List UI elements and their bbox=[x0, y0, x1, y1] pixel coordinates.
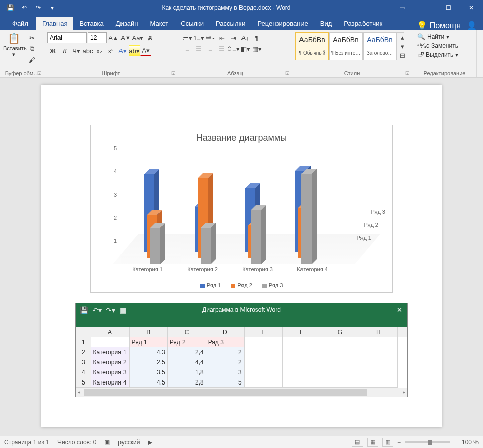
tell-me[interactable]: 💡 Помощн bbox=[417, 21, 461, 30]
clear-format-icon[interactable]: A̷ bbox=[144, 32, 155, 43]
cut-icon[interactable]: ✂ bbox=[26, 32, 37, 43]
style-down-icon[interactable]: ▾ bbox=[397, 42, 408, 51]
align-left-icon[interactable]: ≡ bbox=[182, 43, 193, 54]
font-size-combo[interactable]: 12 bbox=[88, 32, 107, 43]
excel-col-header[interactable]: F bbox=[282, 327, 321, 337]
font-name-combo[interactable]: Arial bbox=[47, 32, 87, 43]
excel-row-header[interactable]: 1 bbox=[76, 337, 91, 347]
excel-cell[interactable]: 2,5 bbox=[129, 357, 167, 367]
zoom-out-icon[interactable]: − bbox=[397, 439, 401, 446]
chart-data-window[interactable]: 💾 ↶▾ ↷▾ ▦ Диаграмма в Microsoft Word ✕ A… bbox=[75, 303, 408, 397]
excel-cell[interactable]: Ряд 3 bbox=[206, 337, 244, 347]
excel-cell[interactable] bbox=[359, 367, 397, 377]
excel-cell[interactable]: 2,4 bbox=[167, 347, 206, 357]
excel-cell[interactable] bbox=[282, 377, 321, 388]
excel-cell[interactable] bbox=[359, 377, 397, 388]
excel-cell[interactable] bbox=[321, 357, 359, 367]
decrease-indent-icon[interactable]: ⇤ bbox=[216, 32, 227, 43]
copy-icon[interactable]: ⧉ bbox=[26, 43, 37, 54]
excel-close-icon[interactable]: ✕ bbox=[397, 306, 402, 314]
excel-col-header[interactable]: G bbox=[321, 327, 359, 337]
excel-cell[interactable] bbox=[244, 347, 282, 357]
excel-cell[interactable] bbox=[282, 347, 321, 357]
tab-mailings[interactable]: Рассылки bbox=[210, 17, 251, 30]
tab-layout[interactable]: Макет bbox=[144, 17, 174, 30]
redo-icon[interactable]: ↷ bbox=[32, 2, 44, 14]
chart-object[interactable]: Название диаграммы 12345 Категория 1Кате… bbox=[90, 125, 393, 293]
excel-cell[interactable]: Категория 1 bbox=[91, 347, 129, 357]
underline-icon[interactable]: Ч▾ bbox=[71, 45, 82, 56]
style-more-icon[interactable]: ⊟ bbox=[397, 51, 408, 60]
tab-review[interactable]: Рецензирование bbox=[251, 17, 314, 30]
style-item[interactable]: АаБбВв¶ Обычный bbox=[295, 32, 329, 60]
strike-icon[interactable]: abc bbox=[82, 45, 93, 56]
select-button[interactable]: ⮰ Выделить ▾ bbox=[415, 50, 460, 59]
view-read-icon[interactable]: ▤ bbox=[352, 438, 363, 447]
excel-cell[interactable]: 4,3 bbox=[129, 347, 167, 357]
excel-cell[interactable] bbox=[359, 337, 397, 347]
excel-cell[interactable] bbox=[244, 367, 282, 377]
excel-col-header[interactable]: D bbox=[206, 327, 244, 337]
find-button[interactable]: 🔍 Найти ▾ bbox=[415, 32, 460, 41]
excel-grid[interactable]: ABCDEFGH1Ряд 1Ряд 2Ряд 32Категория 14,32… bbox=[76, 327, 407, 397]
style-up-icon[interactable]: ▴ bbox=[397, 33, 408, 42]
status-language[interactable]: русский bbox=[118, 439, 140, 446]
excel-cell[interactable]: Категория 2 bbox=[91, 357, 129, 367]
excel-cell[interactable] bbox=[359, 347, 397, 357]
excel-cell[interactable] bbox=[321, 377, 359, 388]
excel-cell[interactable] bbox=[321, 337, 359, 347]
shading-icon[interactable]: ◧▾ bbox=[239, 43, 251, 54]
excel-cell[interactable] bbox=[359, 357, 397, 367]
excel-cell[interactable] bbox=[321, 347, 359, 357]
close-icon[interactable]: ✕ bbox=[460, 0, 483, 15]
replace-button[interactable]: ᵃᵇ⁄ₐc Заменить bbox=[415, 41, 460, 50]
borders-icon[interactable]: ▦▾ bbox=[251, 43, 262, 54]
numbering-icon[interactable]: 1≡▾ bbox=[193, 32, 204, 43]
excel-cell[interactable]: 2 bbox=[206, 357, 244, 367]
tab-design[interactable]: Дизайн bbox=[110, 17, 144, 30]
line-spacing-icon[interactable]: ⇕≡▾ bbox=[228, 43, 239, 54]
excel-cell[interactable]: 5 bbox=[206, 377, 244, 388]
excel-cell[interactable]: Категория 3 bbox=[91, 367, 129, 377]
tab-file[interactable]: Файл bbox=[4, 17, 36, 30]
excel-row-header[interactable]: 4 bbox=[76, 367, 91, 377]
excel-cell[interactable]: 4,5 bbox=[129, 377, 167, 388]
maximize-icon[interactable]: ☐ bbox=[437, 0, 460, 15]
excel-cell[interactable] bbox=[244, 357, 282, 367]
highlight-icon[interactable]: ab▾ bbox=[129, 45, 140, 56]
excel-cell[interactable] bbox=[244, 377, 282, 388]
superscript-icon[interactable]: x² bbox=[105, 45, 116, 56]
change-case-icon[interactable]: Aa▾ bbox=[132, 32, 143, 43]
excel-cell[interactable] bbox=[244, 337, 282, 347]
launcher-icon[interactable]: ◱ bbox=[405, 70, 410, 75]
excel-col-header[interactable]: E bbox=[244, 327, 282, 337]
excel-cell[interactable]: Ряд 2 bbox=[167, 337, 206, 347]
multilevel-icon[interactable]: ⩸▾ bbox=[205, 32, 216, 43]
tab-references[interactable]: Ссылки bbox=[174, 17, 210, 30]
font-color-icon[interactable]: A▾ bbox=[140, 45, 151, 56]
tab-home[interactable]: Главная bbox=[36, 17, 73, 30]
status-page[interactable]: Страница 1 из 1 bbox=[4, 439, 49, 446]
document-workspace[interactable]: Название диаграммы 12345 Категория 1Кате… bbox=[0, 78, 483, 436]
launcher-icon[interactable]: ◱ bbox=[171, 70, 176, 75]
excel-h-scrollbar[interactable]: ◂▸ bbox=[76, 388, 407, 397]
excel-cell[interactable]: 1,8 bbox=[167, 367, 206, 377]
launcher-icon[interactable]: ◱ bbox=[285, 70, 290, 75]
status-spellcheck-icon[interactable]: ▣ bbox=[104, 439, 110, 446]
view-web-icon[interactable]: ▥ bbox=[382, 438, 393, 447]
excel-col-header[interactable]: H bbox=[359, 327, 397, 337]
subscript-icon[interactable]: x₂ bbox=[94, 45, 105, 56]
tab-view[interactable]: Вид bbox=[314, 17, 338, 30]
excel-cell[interactable]: Ряд 1 bbox=[129, 337, 167, 347]
tab-insert[interactable]: Вставка bbox=[73, 17, 109, 30]
save-icon[interactable]: 💾 bbox=[4, 2, 16, 14]
view-print-icon[interactable]: ▦ bbox=[367, 438, 378, 447]
excel-cell[interactable]: 2 bbox=[206, 347, 244, 357]
show-marks-icon[interactable]: ¶ bbox=[251, 32, 262, 43]
undo-icon[interactable]: ↶ bbox=[18, 2, 30, 14]
excel-cell[interactable] bbox=[282, 367, 321, 377]
ribbon-options-icon[interactable]: ▭ bbox=[390, 0, 413, 15]
grow-font-icon[interactable]: A▲ bbox=[108, 32, 119, 43]
style-item[interactable]: АаБбВв¶ Без инте… bbox=[329, 32, 363, 60]
excel-cell[interactable]: 3,5 bbox=[129, 367, 167, 377]
